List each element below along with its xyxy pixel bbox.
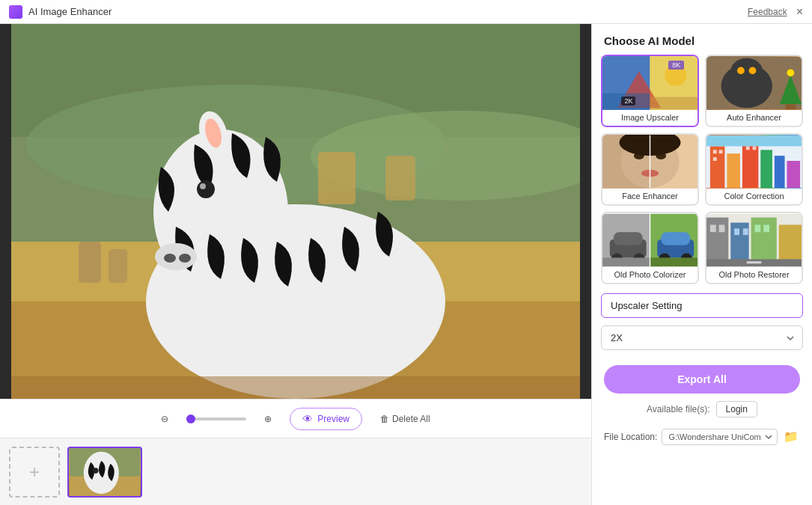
file-location-label: File Location: [604,432,657,442]
folder-icon: 📁 [784,430,799,443]
title-bar: AI Image Enhancer Feedback × [0,0,812,24]
model-thumb-face [602,135,697,189]
title-bar-left: AI Image Enhancer [9,5,112,19]
title-bar-right: Feedback × [748,6,803,18]
svg-rect-81 [754,224,760,232]
open-folder-button[interactable]: 📁 [782,428,800,445]
file-location: File Location: G:\Wondershare UniCom 📁 [592,423,812,453]
svg-rect-84 [747,261,762,263]
panel-header: Choose AI Model [592,24,812,55]
model-card-auto-enhancer[interactable]: Auto Enhancer [705,55,803,127]
model-card-old-photo-colorizer[interactable]: Old Photo Colorizer [601,212,699,284]
settings-section: Upscaler Setting 2X 4X 8X [592,293,812,359]
model-label-old-photo-restorer: Old Photo Restorer [706,267,802,283]
auto-enhancer-image [706,56,802,110]
image-viewport [0,24,591,399]
app-icon [9,5,22,19]
model-card-image-upscaler[interactable]: 2K 8K Image Upscaler [601,55,699,127]
svg-rect-53 [706,135,802,147]
model-thumb-upscaler: 2K 8K [602,56,697,110]
svg-rect-52 [787,161,800,188]
svg-rect-73 [706,218,728,266]
svg-rect-68 [661,232,690,245]
svg-rect-79 [734,228,739,235]
thumbnail-strip: + [0,438,591,505]
main-image [11,24,580,399]
zoom-out-button[interactable]: ⊖ [155,411,174,427]
available-files: Available file(s): Login [592,398,812,423]
zoom-container [186,417,246,420]
thumbnail-item[interactable] [67,447,142,498]
model-grid: 2K 8K Image Upscaler [592,55,812,293]
model-card-old-photo-restorer[interactable]: Old Photo Restorer [705,212,803,284]
export-all-button[interactable]: Export All [604,365,800,394]
color-correction-image [706,135,802,189]
svg-rect-64 [614,232,643,245]
svg-rect-77 [710,224,716,232]
svg-rect-58 [753,146,757,150]
model-thumb-auto [706,56,802,110]
model-card-face-enhancer[interactable]: Face Enhancer [601,133,699,206]
svg-rect-54 [713,150,717,153]
file-path-select[interactable]: G:\Wondershare UniCom [662,429,778,445]
svg-rect-51 [775,156,785,188]
preview-eye-icon: 👁 [302,413,313,425]
svg-point-34 [749,67,757,75]
svg-rect-29 [650,97,698,110]
colorizer-image [602,213,697,267]
svg-rect-55 [719,150,723,153]
login-button[interactable]: Login [716,401,757,417]
svg-point-12 [197,180,215,198]
settings-title: Upscaler Setting [601,293,803,318]
feedback-link[interactable]: Feedback [748,7,787,17]
thumbnail-image [69,448,141,496]
delete-icon: 🗑 [380,414,389,424]
close-button[interactable]: × [796,6,803,18]
model-card-color-correction[interactable]: Color Correction [705,133,803,206]
model-thumb-colorizer [602,213,697,267]
add-icon: + [29,462,40,483]
model-label-color-correction: Color Correction [706,189,802,204]
svg-rect-57 [746,146,750,150]
preview-label: Preview [317,414,349,424]
add-image-button[interactable]: + [9,447,60,498]
svg-rect-56 [713,157,717,161]
svg-rect-70 [650,257,698,266]
image-area: ⊖ ⊕ 👁 Preview 🗑 Delete All + [0,24,591,505]
face-enhancer-image [602,135,697,189]
zebra-svg [11,24,580,399]
zoom-out-icon: ⊖ [161,414,168,424]
svg-rect-48 [727,153,740,188]
zoom-slider[interactable] [186,417,246,420]
svg-rect-18 [79,242,101,283]
svg-point-37 [787,69,794,76]
main-layout: ⊖ ⊕ 👁 Preview 🗑 Delete All + [0,24,812,505]
model-thumb-restorer [706,213,802,267]
model-label-image-upscaler: Image Upscaler [602,110,697,126]
svg-point-16 [179,254,191,263]
model-label-face-enhancer: Face Enhancer [602,189,697,204]
badge-2k: 2K [621,97,635,105]
svg-rect-50 [760,150,772,188]
svg-point-23 [93,468,99,474]
model-thumb-color [706,135,802,189]
delete-all-label: Delete All [392,414,430,424]
svg-point-15 [164,254,176,263]
model-label-auto-enhancer: Auto Enhancer [706,110,802,126]
svg-rect-19 [109,249,127,283]
preview-button[interactable]: 👁 Preview [290,408,362,430]
delete-all-button[interactable]: 🗑 Delete All [374,411,436,427]
svg-rect-6 [318,152,355,204]
svg-rect-78 [719,224,725,232]
svg-rect-17 [11,376,580,400]
model-label-old-photo-colorizer: Old Photo Colorizer [602,267,697,283]
zoom-in-button[interactable]: ⊕ [258,411,278,427]
svg-point-33 [737,67,745,75]
scale-select[interactable]: 2X 4X 8X [601,325,803,350]
svg-rect-47 [710,146,725,188]
svg-point-13 [200,183,206,189]
right-panel: Choose AI Model 2K 8K [591,24,812,505]
svg-rect-7 [385,156,415,201]
svg-rect-80 [743,228,748,235]
restorer-image [706,213,802,267]
